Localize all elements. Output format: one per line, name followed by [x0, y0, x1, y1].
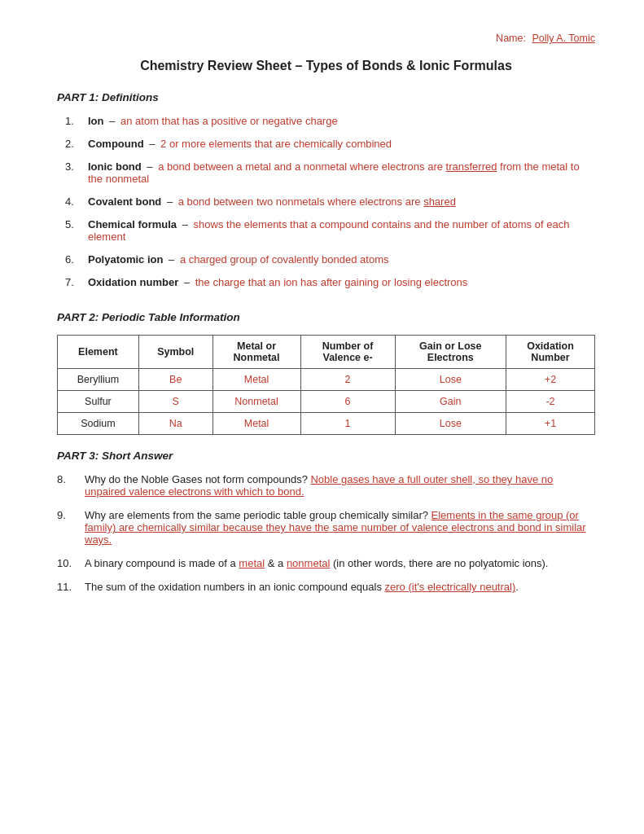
part2-heading: PART 2: Periodic Table Information [57, 311, 595, 323]
def-num: 3. [65, 160, 83, 185]
cell-gainlose: Lose [395, 413, 506, 435]
col-valence: Number ofValence e- [300, 336, 395, 369]
sa-num: 10. [57, 557, 80, 569]
def-dash: – [182, 218, 188, 230]
table-header-row: Element Symbol Metal orNonmetal Number o… [58, 336, 595, 369]
def-dash: – [169, 253, 174, 266]
list-item: 11. The sum of the oxidation numbers in … [57, 581, 595, 593]
part2-section: PART 2: Periodic Table Information Eleme… [57, 311, 595, 435]
sa-content: A binary compound is made of a metal & a… [85, 557, 548, 569]
name-value: Polly A. Tomic [532, 33, 595, 44]
cell-oxidation: +2 [506, 369, 594, 391]
def-num: 5. [65, 218, 83, 243]
cell-element: Beryllium [58, 369, 139, 391]
def-term: Ionic bond [88, 160, 142, 173]
list-item: 8. Why do the Noble Gases not form compo… [57, 473, 595, 498]
def-dash: – [184, 276, 190, 288]
def-body: a bond between two nonmetals where elect… [178, 195, 456, 208]
cell-valence: 2 [300, 369, 395, 391]
def-dash: – [167, 195, 173, 208]
col-gainlose: Gain or LoseElectrons [395, 336, 506, 369]
list-item: 1. Ion – an atom that has a positive or … [65, 115, 595, 127]
def-content: Ion – an atom that has a positive or neg… [88, 115, 338, 127]
list-item: 10. A binary compound is made of a metal… [57, 557, 595, 569]
list-item: 6. Polyatomic ion – a charged group of c… [65, 253, 595, 266]
def-term: Polyatomic ion [88, 253, 163, 266]
part3-section: PART 3: Short Answer 8. Why do the Noble… [57, 450, 595, 593]
cell-gainlose: Gain [395, 391, 506, 413]
cell-metal: Metal [212, 369, 300, 391]
cell-symbol: Na [138, 413, 212, 435]
list-item: 9. Why are elements from the same period… [57, 509, 595, 546]
table-row: Sulfur S Nonmetal 6 Gain -2 [58, 391, 595, 413]
def-body: a bond between a metal and a nonmetal wh… [88, 160, 580, 185]
def-num: 6. [65, 253, 83, 266]
col-oxidation: OxidationNumber [506, 336, 594, 369]
def-content: Ionic bond – a bond between a metal and … [88, 160, 595, 185]
cell-element: Sodium [58, 413, 139, 435]
def-term: Compound [88, 138, 144, 150]
def-term: Chemical formula [88, 218, 177, 230]
def-num: 4. [65, 195, 83, 208]
def-term: Covalent bond [88, 195, 161, 208]
def-term: Oxidation number [88, 276, 178, 288]
def-content: Chemical formula – shows the elements th… [88, 218, 595, 243]
sa-answer: Elements in the same group (or family) a… [85, 509, 586, 546]
def-body: a charged group of covalently bonded ato… [180, 253, 389, 266]
table-row: Sodium Na Metal 1 Lose +1 [58, 413, 595, 435]
def-num: 2. [65, 138, 83, 150]
def-content: Compound – 2 or more elements that are c… [88, 138, 392, 150]
def-num: 1. [65, 115, 83, 127]
cell-oxidation: +1 [506, 413, 594, 435]
sa-answer: Noble gases have a full outer shell, so … [85, 473, 553, 498]
part1-section: PART 1: Definitions 1. Ion – an atom tha… [57, 91, 595, 288]
def-content: Polyatomic ion – a charged group of cova… [88, 253, 389, 266]
list-item: 3. Ionic bond – a bond between a metal a… [65, 160, 595, 185]
list-item: 5. Chemical formula – shows the elements… [65, 218, 595, 243]
table-row: Beryllium Be Metal 2 Lose +2 [58, 369, 595, 391]
cell-symbol: S [138, 391, 212, 413]
part3-heading: PART 3: Short Answer [57, 450, 595, 462]
sa-content: Why are elements from the same periodic … [85, 509, 595, 546]
col-symbol: Symbol [138, 336, 212, 369]
cell-element: Sulfur [58, 391, 139, 413]
link-zero: zero (it's electrically neutral) [385, 581, 516, 593]
sa-num: 11. [57, 581, 80, 593]
sa-content: Why do the Noble Gases not form compound… [85, 473, 595, 498]
def-body: 2 or more elements that are chemically c… [160, 138, 392, 150]
name-line: Name: Polly A. Tomic [57, 33, 595, 44]
list-item: 2. Compound – 2 or more elements that ar… [65, 138, 595, 150]
sa-content: The sum of the oxidation numbers in an i… [85, 581, 519, 593]
def-body: the charge that an ion has after gaining… [195, 276, 468, 288]
link-metal: metal [239, 557, 265, 569]
cell-metal: Metal [212, 413, 300, 435]
name-label: Name: [496, 33, 526, 44]
short-answer-list: 8. Why do the Noble Gases not form compo… [57, 473, 595, 593]
def-num: 7. [65, 276, 83, 288]
page-title: Chemistry Review Sheet – Types of Bonds … [57, 59, 595, 73]
def-body: an atom that has a positive or negative … [120, 115, 338, 127]
periodic-table: Element Symbol Metal orNonmetal Number o… [57, 335, 595, 435]
part1-heading: PART 1: Definitions [57, 91, 595, 103]
list-item: 7. Oxidation number – the charge that an… [65, 276, 595, 288]
col-metal: Metal orNonmetal [212, 336, 300, 369]
definitions-list: 1. Ion – an atom that has a positive or … [57, 115, 595, 288]
def-content: Oxidation number – the charge that an io… [88, 276, 467, 288]
cell-oxidation: -2 [506, 391, 594, 413]
cell-valence: 6 [300, 391, 395, 413]
sa-num: 9. [57, 509, 80, 546]
def-content: Covalent bond – a bond between two nonme… [88, 195, 456, 208]
def-dash: – [149, 138, 155, 150]
list-item: 4. Covalent bond – a bond between two no… [65, 195, 595, 208]
def-dash: – [147, 160, 152, 173]
cell-metal: Nonmetal [212, 391, 300, 413]
col-element: Element [58, 336, 139, 369]
cell-gainlose: Lose [395, 369, 506, 391]
cell-valence: 1 [300, 413, 395, 435]
def-dash: – [109, 115, 115, 127]
cell-symbol: Be [138, 369, 212, 391]
link-nonmetal: nonmetal [287, 557, 330, 569]
sa-num: 8. [57, 473, 80, 498]
def-term: Ion [88, 115, 104, 127]
